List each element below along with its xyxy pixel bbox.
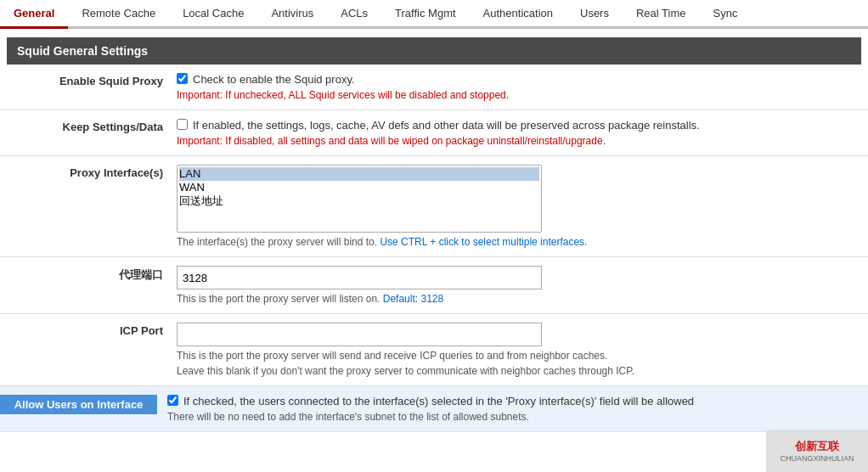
tab-real-time[interactable]: Real Time [623, 0, 700, 26]
keep-settings-label: Keep Settings/Data [7, 119, 177, 133]
allow-users-value: If checked, the users connected to the i… [157, 395, 861, 423]
enable-squid-important: Important: If unchecked, ALL Squid servi… [177, 89, 861, 101]
section-header: Squid General Settings [7, 37, 861, 65]
icp-port-description2: Leave this blank if you don't want the p… [177, 365, 861, 377]
tab-users[interactable]: Users [566, 0, 623, 26]
tab-general[interactable]: General [0, 0, 68, 29]
proxy-port-value: This is the port the proxy server will l… [177, 266, 861, 305]
proxy-port-label: 代理端口 [7, 266, 177, 283]
interface-option-wan[interactable]: WAN [179, 181, 539, 194]
enable-squid-label: Enable Squid Proxy [7, 73, 177, 87]
keep-settings-description: If enabled, the settings, logs, cache, A… [193, 119, 700, 132]
icp-port-value: This is the port the proxy server will s… [177, 323, 861, 377]
keep-settings-row: Keep Settings/Data If enabled, the setti… [0, 110, 868, 156]
proxy-port-row: 代理端口 This is the port the proxy server w… [0, 257, 868, 314]
tab-authentication[interactable]: Authentication [470, 0, 566, 26]
tab-acls[interactable]: ACLs [327, 0, 381, 26]
enable-squid-checkbox[interactable] [177, 73, 188, 84]
proxy-interface-description: The interface(s) the proxy server will b… [177, 236, 861, 248]
proxy-interface-select[interactable]: LAN WAN 回送地址 [177, 165, 542, 233]
watermark: 创新互联 CHUANGXINHULIAN [766, 430, 868, 432]
interface-option-loopback[interactable]: 回送地址 [179, 194, 539, 209]
enable-squid-content: Check to enable the Squid proxy. [177, 73, 861, 86]
nav-tabs: General Remote Cache Local Cache Antivir… [0, 0, 868, 29]
tab-remote-cache[interactable]: Remote Cache [68, 0, 169, 26]
proxy-port-description: This is the port the proxy server will l… [177, 293, 861, 305]
icp-port-label: ICP Port [7, 323, 177, 337]
proxy-interface-wrapper: LAN WAN 回送地址 [177, 165, 861, 233]
enable-squid-description: Check to enable the Squid proxy. [193, 73, 355, 86]
allow-users-content: If checked, the users connected to the i… [167, 395, 861, 407]
proxy-port-input[interactable] [177, 266, 542, 289]
allow-users-description2: There will be no need to add the interfa… [167, 411, 861, 423]
icp-port-row: ICP Port This is the port the proxy serv… [0, 314, 868, 386]
keep-settings-value: If enabled, the settings, logs, cache, A… [177, 119, 861, 147]
allow-users-row: Allow Users on Interface If checked, the… [0, 386, 868, 432]
interface-option-lan[interactable]: LAN [179, 167, 539, 181]
proxy-port-default-link[interactable]: Default: 3128 [383, 293, 443, 305]
icp-port-description1: This is the port the proxy server will s… [177, 350, 861, 362]
keep-settings-checkbox[interactable] [177, 119, 188, 130]
allow-users-label: Allow Users on Interface [0, 395, 157, 414]
tab-local-cache[interactable]: Local Cache [169, 0, 257, 26]
enable-squid-value: Check to enable the Squid proxy. Importa… [177, 73, 861, 101]
keep-settings-important: Important: If disabled, all settings and… [177, 135, 861, 147]
tab-sync[interactable]: Sync [699, 0, 751, 26]
proxy-interface-value: LAN WAN 回送地址 The interface(s) the proxy … [177, 165, 861, 248]
proxy-interface-label: Proxy Interface(s) [7, 165, 177, 179]
icp-port-input[interactable] [177, 323, 542, 346]
keep-settings-content: If enabled, the settings, logs, cache, A… [177, 119, 861, 132]
tab-antivirus[interactable]: Antivirus [257, 0, 327, 26]
proxy-interface-row: Proxy Interface(s) LAN WAN 回送地址 The inte… [0, 156, 868, 257]
tab-traffic-mgmt[interactable]: Traffic Mgmt [381, 0, 470, 26]
enable-squid-row: Enable Squid Proxy Check to enable the S… [0, 65, 868, 110]
section-title: Squid General Settings [17, 44, 148, 58]
main-content: Squid General Settings Enable Squid Prox… [0, 37, 868, 432]
allow-users-description: If checked, the users connected to the i… [183, 395, 694, 407]
proxy-interface-link[interactable]: Use CTRL + click to select multiple inte… [380, 236, 587, 248]
allow-users-checkbox[interactable] [167, 395, 178, 406]
